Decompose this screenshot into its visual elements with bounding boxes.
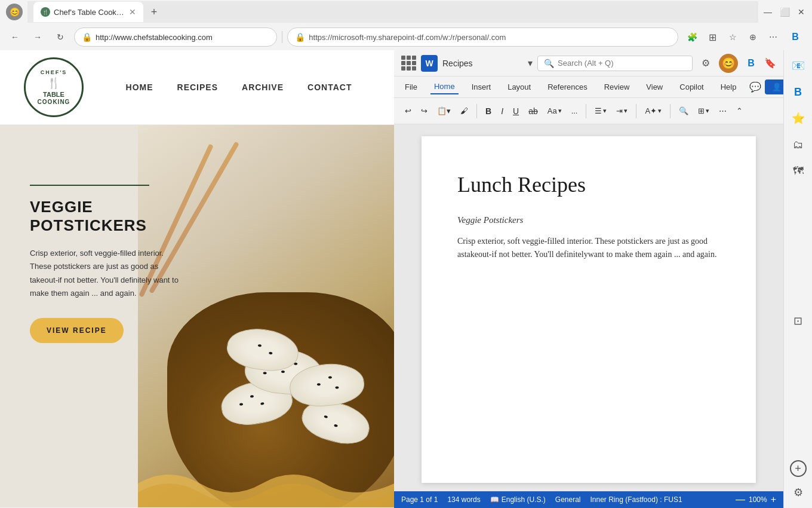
url-separator	[282, 31, 282, 43]
browser-chrome: 😊 🍴 Chef's Table Cooking ✕ + — ⬜ ✕ ← → ↻…	[0, 0, 812, 50]
search-input[interactable]	[558, 59, 665, 68]
bing-sidebar-button[interactable]: B	[785, 26, 806, 48]
grid-dot	[407, 56, 411, 60]
undo-button[interactable]: ↩	[401, 104, 415, 118]
menu-view[interactable]: View	[642, 80, 666, 94]
bing-sidebar-icon[interactable]: B	[788, 81, 809, 103]
maximize-button[interactable]: ⬜	[780, 7, 789, 17]
window-controls: — ⬜ ✕	[763, 7, 806, 17]
profile-avatar[interactable]: 😊	[6, 4, 23, 20]
extensions-button[interactable]: 🧩	[683, 28, 701, 46]
minimize-button[interactable]: —	[763, 7, 773, 17]
italic-icon: I	[501, 106, 503, 116]
toolbar-more-button[interactable]: ...	[568, 104, 582, 118]
main-content: CHEF'S 🍴 TABLE COOKING HOME RECIPES ARCH…	[0, 50, 812, 508]
tab-close-btn[interactable]: ✕	[129, 7, 136, 17]
toolbar-collapse-button[interactable]: ⌃	[733, 104, 746, 118]
outlook-sidebar-icon[interactable]: 📧	[788, 55, 809, 76]
close-button[interactable]: ✕	[796, 7, 806, 17]
toolbar-separator-4	[670, 104, 670, 118]
word-page: Lunch Recipes Veggie Potstickers Crisp e…	[422, 136, 756, 483]
nav-archive[interactable]: ARCHIVE	[242, 82, 284, 92]
doc-name-dropdown[interactable]: ▾	[528, 57, 533, 69]
logo-bottom-text: COOKING	[38, 99, 70, 105]
split-screen-button[interactable]: ⊞	[703, 28, 721, 46]
zoom-in-button[interactable]: +	[771, 494, 776, 505]
redo-icon: ↪	[421, 106, 427, 115]
add-sidebar-button[interactable]: +	[790, 460, 807, 477]
font-size-button[interactable]: Aa ▾	[544, 104, 565, 118]
find-button[interactable]: 🔍	[675, 104, 692, 118]
active-tab[interactable]: 🍴 Chef's Table Cooking ✕	[33, 2, 143, 22]
grid-dot	[401, 61, 405, 65]
new-tab-button[interactable]: +	[146, 4, 162, 20]
word-count: 134 words	[447, 495, 480, 504]
ring-status: Inner Ring (Fastfood) : FUS1	[590, 495, 726, 504]
share-button[interactable]: 👤 Share ▾	[765, 79, 783, 94]
office-sidebar-icon[interactable]: 🗂	[788, 134, 809, 155]
styles-icon: A✦	[645, 106, 657, 115]
logo-top-text: CHEF'S	[41, 69, 67, 75]
underline-button[interactable]: U	[509, 104, 522, 118]
document-area[interactable]: Lunch Recipes Veggie Potstickers Crisp e…	[394, 124, 783, 491]
menu-review[interactable]: Review	[601, 80, 633, 94]
website-header: CHEF'S 🍴 TABLE COOKING HOME RECIPES ARCH…	[0, 50, 394, 125]
favorites-sidebar-icon[interactable]: ⭐	[788, 108, 809, 129]
bold-button[interactable]: B	[482, 104, 495, 118]
format-painter-button[interactable]: 🖌	[457, 104, 472, 118]
dumpling-pile	[185, 316, 376, 472]
comments-button[interactable]: 💬	[749, 81, 761, 93]
toolbar-extra-button[interactable]: ⋯	[715, 104, 730, 118]
grid-dot	[407, 61, 411, 65]
grid-dot	[407, 66, 411, 71]
zoom-out-button[interactable]: —	[736, 494, 745, 505]
zoom-controls: — 100% +	[736, 494, 776, 505]
menu-help[interactable]: Help	[717, 80, 740, 94]
italic-button[interactable]: I	[497, 104, 507, 118]
apps-grid-icon[interactable]	[401, 56, 416, 71]
menu-layout[interactable]: Layout	[504, 80, 534, 94]
menu-home[interactable]: Home	[430, 79, 459, 94]
logo-icon: 🍴	[47, 76, 60, 90]
word-extensions-button[interactable]: 🔖	[764, 57, 776, 69]
sidebar-settings-icon[interactable]: ⚙	[788, 482, 809, 503]
user-avatar[interactable]: 😊	[719, 54, 738, 73]
layout-sidebar-icon[interactable]: ⊡	[788, 310, 809, 332]
favorites-button[interactable]: ☆	[724, 28, 742, 46]
refresh-button[interactable]: ↻	[51, 28, 69, 46]
nav-contact[interactable]: CONTACT	[307, 82, 352, 92]
bing-button[interactable]: B	[743, 55, 759, 72]
hero-line	[30, 185, 149, 186]
general-status: General	[555, 495, 581, 504]
url-box-right[interactable]: 🔒 https://microsoft-my.sharepoint-df.com…	[287, 27, 678, 47]
grid-dot	[412, 61, 416, 65]
browser-more-button[interactable]: ⋯	[764, 28, 782, 46]
menu-copilot[interactable]: Copilot	[676, 80, 707, 94]
nav-recipes[interactable]: RECIPES	[177, 82, 218, 92]
paste-button[interactable]: 📋▾	[433, 104, 454, 118]
indent-button[interactable]: ⇥ ▾	[613, 104, 631, 118]
view-recipe-button[interactable]: VIEW RECIPE	[30, 318, 124, 343]
right-sidebar: 📧 B ⭐ 🗂 🗺 ⊡ + ⚙	[783, 50, 812, 508]
document-name[interactable]: Recipes	[442, 59, 523, 68]
strikethrough-button[interactable]: ab	[525, 104, 542, 118]
underline-icon: U	[513, 106, 519, 116]
table-button[interactable]: ⊞ ▾	[694, 104, 713, 118]
back-button[interactable]: ←	[6, 28, 24, 46]
redo-button[interactable]: ↪	[417, 104, 431, 118]
menu-file[interactable]: File	[401, 80, 421, 94]
word-search-box[interactable]: 🔍	[537, 56, 693, 71]
word-toolbar: ↩ ↪ 📋▾ 🖌 B I U ab	[394, 98, 783, 124]
forward-button[interactable]: →	[29, 28, 47, 46]
menu-insert[interactable]: Insert	[468, 80, 495, 94]
styles-button[interactable]: A✦ ▾	[641, 104, 665, 118]
bullets-button[interactable]: ☰ ▾	[591, 104, 610, 118]
maps-sidebar-icon[interactable]: 🗺	[788, 160, 809, 182]
settings-button[interactable]: ⚙	[697, 55, 714, 72]
table-icon: ⊞	[698, 106, 705, 115]
nav-home[interactable]: HOME	[126, 82, 153, 92]
address-bar: ← → ↻ 🔒 http://www.chefstablecooking.com…	[0, 24, 812, 50]
menu-references[interactable]: References	[544, 80, 590, 94]
collections-button[interactable]: ⊕	[744, 28, 762, 46]
url-box-left[interactable]: 🔒 http://www.chefstablecooking.com	[74, 27, 277, 47]
